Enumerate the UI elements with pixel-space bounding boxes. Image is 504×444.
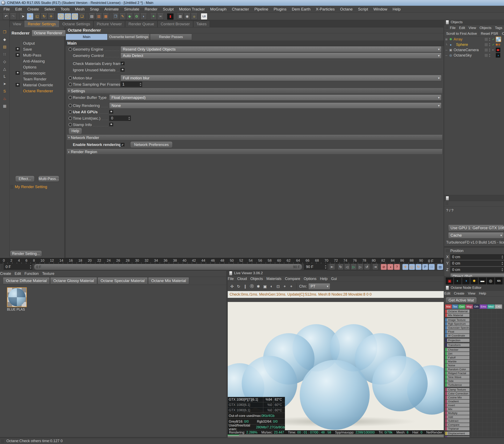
clay-rendering-dropdown[interactable]: None — [109, 102, 441, 108]
spinner-arrows[interactable] — [501, 255, 504, 260]
spinner-arrows[interactable] — [139, 82, 142, 87]
geometry-engine-dropdown[interactable]: Resend Only Updated Objects — [121, 46, 441, 52]
node-editor-menu-item[interactable]: Help — [479, 291, 486, 296]
refresh-icon[interactable]: ↻ — [235, 283, 242, 290]
node-list-item[interactable]: Clamp Texture — [445, 388, 469, 391]
node-category-tab[interactable]: Ems — [480, 305, 487, 309]
node-category-tab[interactable]: Gen — [458, 305, 466, 309]
use-gpu-button[interactable]: Use GPU 1: GeForce GTX 1080 — [448, 225, 504, 231]
render-settings-nav-item[interactable]: Material Override — [9, 82, 64, 88]
menu-item[interactable]: Snap — [87, 6, 102, 13]
render-settings-nav-item[interactable]: Stereoscopic — [9, 70, 64, 76]
render-settings-nav-item[interactable]: Team Render — [9, 76, 64, 82]
live-viewer-menu-item[interactable]: Objects — [250, 277, 263, 281]
time-sampling-radio[interactable] — [69, 83, 72, 86]
layout-tab[interactable]: Content Browser — [157, 21, 193, 27]
restart-render-icon[interactable]: ✣ — [229, 283, 235, 290]
octane-daylight-button[interactable]: ✸ — [470, 277, 478, 285]
node-editor-menu-item[interactable]: Create — [454, 291, 464, 296]
key-pla-button[interactable]: ∷ — [429, 264, 435, 270]
mograph-icon[interactable]: ✿ — [133, 13, 140, 20]
deformer-icon[interactable]: ◗ — [140, 13, 147, 20]
pick-material-icon[interactable]: ⌖ — [288, 283, 294, 290]
y-axis-lock-icon[interactable]: Y — [65, 13, 71, 20]
current-frame-spinner[interactable]: 0 F — [4, 264, 32, 270]
render-settings-nav-item[interactable]: Anti-Aliasing — [9, 58, 64, 64]
node-list-item[interactable]: Float — [445, 330, 469, 333]
node-list-item[interactable]: Octane Material — [445, 309, 469, 313]
live-viewer-menu-item[interactable]: File — [228, 277, 234, 281]
material-create-button[interactable]: Octane Glossy Material — [50, 277, 97, 284]
render-settings-nav-item[interactable]: Multi-Pass — [9, 52, 64, 58]
menu-item[interactable]: Dem Earth — [289, 6, 313, 13]
octane-camera-button[interactable]: ▣ — [446, 277, 453, 285]
channel-dropdown[interactable]: PT — [308, 283, 330, 290]
preset-grip[interactable] — [10, 185, 13, 189]
render-setting-button[interactable]: Render Setting... — [10, 251, 42, 257]
timeline-mode-button[interactable]: ▤ — [437, 264, 443, 270]
node-list-item[interactable]: W Coordinate — [445, 334, 469, 337]
material-thumbnail[interactable] — [7, 287, 27, 307]
settings-gear-icon[interactable]: ✱ — [255, 283, 261, 290]
light-icon[interactable]: ☼ — [191, 13, 198, 20]
previous-frame-button[interactable]: ◁ — [344, 264, 350, 270]
node-list-item[interactable]: Gaussian Spectrum — [445, 326, 469, 329]
objects-menu-view[interactable]: View — [469, 26, 476, 30]
camera-icon[interactable]: ◉ — [184, 13, 191, 20]
node-list-item[interactable]: Multiply — [445, 411, 469, 415]
visibility-dots[interactable] — [489, 49, 491, 51]
spinner-arrows[interactable] — [501, 261, 504, 266]
nav-checkbox[interactable] — [16, 83, 19, 87]
visibility-dots[interactable] — [489, 43, 491, 46]
node-list-item[interactable]: Sine Wave — [445, 375, 469, 379]
menu-item[interactable]: X-Particles — [313, 6, 337, 13]
node-list-item[interactable]: Projection — [445, 339, 469, 342]
ignore-unused-checkbox[interactable] — [121, 68, 125, 72]
spinner-arrows[interactable] — [440, 258, 443, 264]
objects-menu-edit[interactable]: Edit — [459, 26, 465, 30]
time-limit-radio[interactable] — [69, 117, 72, 120]
panel-grip[interactable] — [445, 26, 448, 30]
render-preset-name[interactable]: My Render Setting — [15, 185, 47, 189]
fit-window-icon[interactable]: ⊡ — [275, 283, 281, 290]
octane-target-light-button[interactable]: ◎ — [487, 277, 495, 285]
octane-ies-light-button[interactable]: IES — [495, 277, 503, 285]
node-list-item[interactable]: Falloff — [445, 356, 469, 359]
viewport-select-icon[interactable]: ➤ — [1, 81, 8, 87]
coord-system-icon[interactable]: ❏ — [79, 13, 85, 20]
material-menu-item[interactable]: Edit — [15, 272, 21, 276]
cache-dropdown[interactable]: Cache — [448, 232, 504, 239]
record-objects-button[interactable]: ◑ — [387, 264, 393, 270]
visibility-dots[interactable] — [489, 54, 491, 57]
octane-sky-tag[interactable]: ◑ — [496, 53, 500, 58]
checker-icon[interactable]: ▦ — [1, 103, 8, 109]
node-list-item[interactable]: Displacement — [445, 432, 469, 435]
tree-row-sphere[interactable]: └ ● Sphere ✓ — [444, 42, 504, 47]
workplane-icon[interactable]: L — [1, 73, 8, 80]
layer-chip[interactable] — [485, 54, 488, 57]
nav-checkbox[interactable] — [16, 71, 19, 75]
node-list-item[interactable]: Blackbody Emission — [445, 436, 469, 437]
key-parameter-button[interactable]: P — [422, 264, 428, 270]
node-category-tab[interactable]: Oth — [473, 305, 480, 309]
camera-target-icon[interactable]: ⌖ — [492, 48, 496, 52]
snap-icon[interactable]: S — [1, 88, 8, 95]
objects-toolbar-button[interactable]: C — [500, 31, 504, 36]
octane-live-icon[interactable]: ▮ — [167, 13, 174, 20]
live-viewer-menu-item[interactable]: Materials — [266, 277, 281, 281]
render-picture-viewer-icon[interactable]: ▥ — [95, 13, 102, 20]
stamp-info-radio[interactable] — [69, 123, 72, 126]
subdivision-icon[interactable]: ◆ — [126, 13, 133, 20]
layout-tab[interactable]: Render Queue — [125, 21, 157, 27]
render-settings-nav-item[interactable]: Save — [9, 46, 64, 52]
material-menu-item[interactable]: Function — [24, 272, 39, 276]
material-create-button[interactable]: Octane Mix Material — [148, 277, 189, 284]
render-settings-nav-item[interactable]: Options — [9, 64, 64, 70]
geometry-engine-radio[interactable] — [69, 48, 72, 51]
simulation-icon[interactable]: ♨ — [1, 95, 8, 102]
texture-mode-icon[interactable]: ▨ — [1, 44, 8, 50]
undo-icon[interactable]: ↶ — [3, 13, 9, 20]
spline-pen-icon[interactable]: ✎ — [119, 13, 126, 20]
get-active-mat-button[interactable]: Get Active Mat — [446, 297, 477, 303]
octane-camera-tag[interactable] — [496, 48, 500, 52]
